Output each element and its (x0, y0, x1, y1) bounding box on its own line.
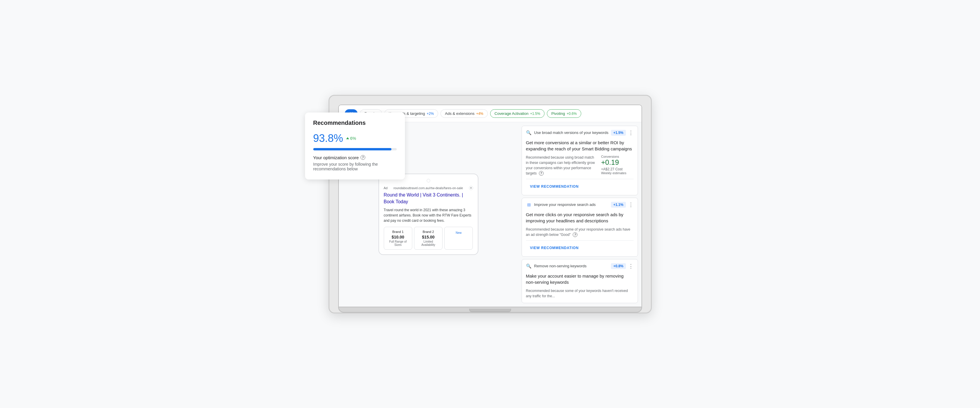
tab-ads[interactable]: Ads & extensions +4% (441, 109, 487, 118)
rec-divider-1 (526, 179, 633, 179)
ad-label: Ad (384, 186, 388, 190)
ads-badge: +4% (476, 112, 483, 116)
rec-divider-2 (526, 240, 633, 241)
rec-responsive-header-text: Improve your responsive search ads (534, 202, 609, 207)
rec-card-broad-match: 🔍 Use broad match versions of your keywo… (522, 126, 638, 195)
rec-broad-stats: Conversions +0.19 +A$2.27 Cost Weekly es… (601, 155, 633, 175)
product-card-3-new: New (447, 231, 470, 234)
right-panel: 🔍 Use broad match versions of your keywo… (518, 122, 641, 306)
product-card-3: New (444, 227, 473, 250)
product-card-1-price: $10.00 (387, 235, 410, 240)
rec-card-responsive: ▤ Improve your responsive search ads +1.… (522, 198, 638, 257)
view-rec-btn-1[interactable]: VIEW RECOMMENDATION (526, 182, 633, 191)
search-icon: 🔍 (526, 130, 532, 136)
recommendations-title: Recommendations (313, 119, 397, 126)
rec-stat-cost: +A$2.27 Cost (601, 167, 633, 171)
help-icon[interactable]: ? (361, 155, 365, 160)
search-icon-2: 🔍 (526, 263, 532, 269)
product-cards: Brand 1 $10.00 Full Range of Sizes Brand… (384, 227, 473, 250)
rec-non-serving-header-text: Remove non-serving keywords (534, 264, 609, 268)
rec-non-serving-body: Make your account easier to manage by re… (522, 273, 638, 303)
phone-camera-icon (427, 179, 430, 183)
rec-card-non-serving-header: 🔍 Remove non-serving keywords +0.8% ⋮ (522, 259, 638, 273)
recommendations-card: Recommendations 93.8% 6% Your optimizati… (305, 113, 405, 179)
rec-broad-title: Get more conversions at a similar or bet… (526, 140, 633, 152)
rec-responsive-body: Get more clicks on your responsive searc… (522, 211, 638, 256)
tab-pivoting[interactable]: Pivoting +0.6% (547, 109, 581, 118)
rec-broad-desc: Recommended because using broad match in… (526, 155, 598, 176)
coverage-badge: +1.5% (530, 112, 540, 116)
rec-card-responsive-header: ▤ Improve your responsive search ads +1.… (522, 198, 638, 211)
product-card-2: Brand 2 $15.00 Limited Availability (414, 227, 442, 250)
rec-non-serving-title: Make your account easier to manage by re… (526, 273, 633, 285)
rec-stat-label: Conversions (601, 155, 633, 158)
laptop-base (338, 307, 642, 313)
product-card-1: Brand 1 $10.00 Full Range of Sizes (384, 227, 412, 250)
more-options-icon-3[interactable]: ⋮ (628, 263, 633, 269)
product-card-2-desc: Limited Availability (417, 240, 440, 246)
ad-description: Travel round the world in 2021 with thes… (384, 207, 473, 223)
product-card-2-brand: Brand 2 (417, 230, 440, 233)
rec-broad-body-flex: Recommended because using broad match in… (526, 155, 633, 176)
rec-responsive-badge: +1.1% (611, 202, 625, 208)
rec-broad-header-text: Use broad match versions of your keyword… (534, 130, 609, 135)
arrow-up-icon (346, 137, 349, 139)
more-options-icon[interactable]: ⋮ (628, 130, 633, 136)
score-change: 6% (346, 136, 356, 141)
help-icon-responsive[interactable]: ? (573, 232, 578, 237)
ads-icon: ▤ (526, 202, 532, 208)
phone-mockup: Ad roundabouttravel.com.au/rtw-deals/far… (379, 174, 478, 255)
rec-responsive-title: Get more clicks on your responsive searc… (526, 211, 633, 224)
keywords-badge: +2% (427, 112, 434, 116)
ad-url: roundabouttravel.com.au/rtw-deals/fares-… (393, 186, 463, 190)
rec-responsive-desc: Recommended because some of your respons… (526, 227, 633, 237)
score-number: 93.8% (313, 132, 343, 144)
more-options-icon-2[interactable]: ⋮ (628, 202, 633, 208)
help-icon-broad[interactable]: ? (539, 171, 544, 176)
page-wrapper: Recommendations 93.8% 6% Your optimizati… (329, 95, 652, 313)
product-card-1-desc: Full Range of Sizes (387, 240, 410, 246)
rec-broad-badge: +1.5% (611, 130, 625, 136)
ad-headline: Round the World | Visit 3 Continents. | … (384, 192, 473, 205)
tab-coverage[interactable]: Coverage Activation +1.5% (490, 109, 545, 118)
rec-stat-value: +0.19 (601, 159, 633, 166)
rec-broad-body: Get more conversions at a similar or bet… (522, 140, 638, 195)
rec-stat-weekly: Weekly estimates (601, 171, 633, 175)
opt-score-label: Your optimization score ? (313, 155, 397, 160)
product-card-2-price: $15.00 (417, 235, 440, 240)
view-rec-btn-2[interactable]: VIEW RECOMMENDATION (526, 243, 633, 252)
ad-label-row: Ad roundabouttravel.com.au/rtw-deals/far… (384, 186, 473, 190)
rec-non-serving-badge: +0.8% (611, 263, 625, 269)
rec-card-non-serving: 🔍 Remove non-serving keywords +0.8% ⋮ Ma… (522, 259, 638, 303)
rec-card-broad-match-header: 🔍 Use broad match versions of your keywo… (522, 126, 638, 140)
ad-close-icon: ✕ (469, 186, 473, 190)
opt-score-sub: Improve your score by following the reco… (313, 162, 397, 171)
pivoting-badge: +0.6% (566, 112, 576, 116)
score-row: 93.8% 6% (313, 132, 397, 144)
score-change-value: 6% (350, 136, 356, 141)
product-card-1-brand: Brand 1 (387, 230, 410, 233)
progress-bar-fill (313, 148, 391, 151)
rec-non-serving-desc: Recommended because some of your keyword… (526, 288, 633, 299)
progress-bar-container (313, 148, 397, 151)
